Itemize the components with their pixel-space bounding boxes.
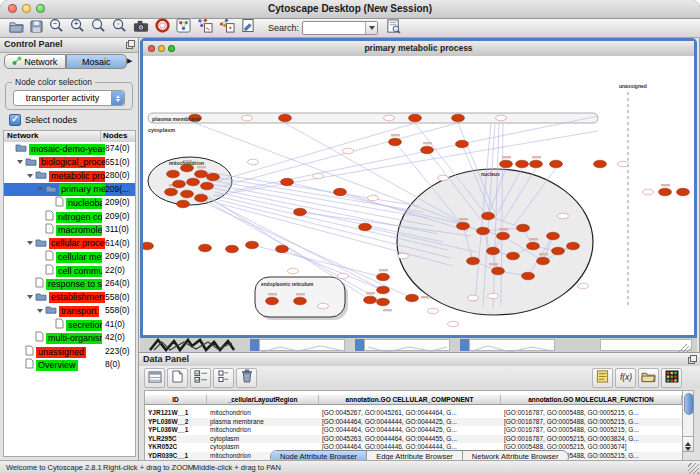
zoom-out-button[interactable]: − — [47, 20, 66, 36]
network-window-titlebar[interactable]: primary metabolic process — [143, 41, 694, 57]
tab-overflow-arrow[interactable]: ▶ — [127, 54, 135, 69]
tree-row[interactable]: cellular process614(0) — [4, 237, 135, 251]
unselect-attributes-button[interactable] — [213, 368, 234, 388]
table-cell[interactable]: [GO:0016787, GO:0005215, GO:0003824, G..… — [501, 435, 682, 444]
select-attributes-button[interactable] — [190, 368, 211, 388]
network-node[interactable] — [477, 227, 490, 235]
background-window-tab[interactable] — [250, 339, 259, 351]
column-header[interactable]: annotation.GO MOLECULAR_FUNCTION — [501, 395, 682, 405]
table-cell[interactable]: [GO:0016787, GO:0005488, GO:0005215, G..… — [501, 409, 682, 418]
scrollbar-arrows[interactable] — [683, 436, 693, 451]
open-button[interactable] — [7, 20, 26, 36]
network-node[interactable] — [364, 296, 377, 304]
network-node[interactable] — [173, 180, 186, 188]
network-node[interactable] — [409, 114, 422, 122]
network-node[interactable] — [530, 160, 543, 168]
function-builder-button[interactable]: f(x) — [615, 368, 636, 388]
background-window[interactable] — [600, 339, 692, 351]
network-node[interactable] — [199, 244, 212, 252]
network-node[interactable] — [516, 160, 529, 168]
table-cell[interactable]: [GO:0045263, GO:0044464, GO:0044455, G..… — [319, 435, 501, 444]
table-cell[interactable]: YKR052C — [145, 443, 207, 452]
search-options-button[interactable] — [384, 20, 403, 36]
table-cell[interactable]: [GO:0016787, GO:0005488, GO:0005215, G..… — [501, 426, 682, 435]
column-header[interactable]: ID — [145, 395, 207, 405]
table-cell[interactable]: cytoplasm — [207, 435, 319, 444]
table-cell[interactable]: mitochondrion — [207, 426, 319, 435]
network-node[interactable] — [195, 170, 208, 178]
tree-row[interactable]: response to stimulu264(0) — [4, 277, 135, 291]
tree-row[interactable]: multi-organism pro42(0) — [4, 331, 135, 345]
tree-row[interactable]: mosaic-demo-yeast874(0) — [4, 142, 135, 156]
network-overview-button[interactable] — [174, 20, 193, 36]
network-node[interactable] — [550, 160, 563, 168]
close-button[interactable] — [8, 4, 17, 13]
minimize-button[interactable] — [22, 4, 31, 13]
network-node[interactable] — [522, 272, 535, 280]
tree-row[interactable]: cell communicat22(0) — [4, 264, 135, 278]
window-titlebar[interactable]: Cytoscape Desktop (New Session) — [0, 0, 700, 19]
network-node[interactable] — [334, 188, 347, 196]
column-header[interactable]: annotation.GO CELLULAR_COMPONENT — [319, 395, 501, 405]
disclosure-arrow-icon[interactable] — [27, 170, 35, 184]
search-input[interactable] — [303, 23, 365, 33]
new-network-from-selected-nodes-button[interactable] — [195, 20, 215, 36]
table-cell[interactable]: plasma membrane — [207, 418, 319, 427]
table-cell[interactable]: mitochondrion — [207, 409, 319, 418]
network-canvas[interactable]: plasma membranecytoplasmmitochondrionnuc… — [143, 56, 694, 335]
tree-row[interactable]: metabolic process280(0) — [4, 169, 135, 183]
tree-row[interactable]: primary metabo209(... — [4, 183, 135, 197]
network-node[interactable] — [482, 212, 495, 220]
network-node[interactable] — [457, 222, 470, 230]
inner-minimize-button[interactable] — [158, 45, 165, 52]
network-node[interactable] — [207, 173, 220, 181]
network-node[interactable] — [500, 160, 513, 168]
table-cell[interactable]: YLR295C — [145, 435, 207, 444]
table-row[interactable]: YLR295Ccytoplasm[GO:0045263, GO:0044464,… — [145, 435, 682, 444]
annotation-button[interactable] — [239, 20, 257, 36]
tab-network[interactable]: Network — [4, 54, 66, 69]
tree-row[interactable]: macromolecule311(0) — [4, 223, 135, 237]
network-node[interactable] — [246, 241, 259, 249]
network-node[interactable] — [377, 286, 390, 294]
tree-row[interactable]: biological_process651(0) — [4, 156, 135, 170]
network-graph[interactable]: plasma membranecytoplasmmitochondrionnuc… — [143, 56, 694, 335]
inner-close-button[interactable] — [148, 45, 155, 52]
network-node[interactable] — [226, 245, 239, 253]
network-node[interactable] — [421, 146, 434, 154]
network-node[interactable] — [294, 297, 307, 305]
network-node[interactable] — [294, 208, 307, 216]
table-cell[interactable]: YPL036W__1 — [145, 426, 207, 435]
disclosure-arrow-icon[interactable] — [37, 183, 45, 197]
background-window[interactable] — [469, 339, 555, 351]
attribute-matrix-button[interactable] — [661, 368, 682, 388]
network-node[interactable] — [507, 252, 520, 260]
network-node[interactable] — [594, 160, 607, 168]
inner-zoom-button[interactable] — [168, 45, 175, 52]
table-cell[interactable]: YJR121W__1 — [145, 409, 207, 418]
attribute-editor-button[interactable] — [592, 368, 613, 388]
import-attributes-button[interactable] — [638, 368, 659, 388]
zoom-window-button[interactable] — [36, 4, 45, 13]
search-dropdown-arrow[interactable] — [365, 22, 377, 34]
float-panel-icon[interactable] — [688, 355, 697, 366]
background-window-tab[interactable] — [460, 339, 469, 351]
network-node[interactable] — [492, 267, 505, 275]
network-node[interactable] — [143, 242, 154, 250]
select-nodes-checkbox[interactable]: ✓ — [9, 114, 21, 126]
table-cell[interactable]: [GO:0044464, GO:0044444, GO:0044425, G..… — [319, 418, 501, 427]
table-cell[interactable]: [GO:0016787, GO:0005488, GO:0005215, G..… — [501, 418, 682, 427]
tree-row[interactable]: nucleobase-209(0) — [4, 196, 135, 210]
background-window[interactable] — [259, 339, 345, 351]
network-node[interactable] — [279, 114, 292, 122]
network-node[interactable] — [359, 223, 372, 231]
disclosure-arrow-icon[interactable] — [17, 156, 25, 170]
new-network-from-selected-edges-button[interactable] — [217, 20, 237, 36]
attribute-table-header[interactable]: ID_cellularLayoutRegionannotation.GO CEL… — [145, 391, 682, 409]
network-node[interactable] — [517, 224, 530, 232]
network-node[interactable] — [201, 182, 214, 190]
column-header[interactable]: _cellularLayoutRegion — [207, 395, 319, 405]
network-node[interactable] — [547, 232, 560, 240]
background-window-tab[interactable] — [355, 339, 364, 351]
network-node[interactable] — [552, 247, 565, 255]
